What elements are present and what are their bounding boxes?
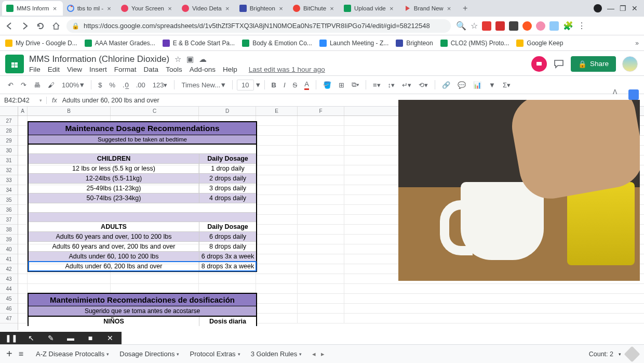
bookmark[interactable]: Google Keep: [516, 40, 563, 47]
move-icon[interactable]: ▣: [186, 55, 194, 64]
more-formats-button[interactable]: 123▾: [150, 79, 170, 91]
browser-tab[interactable]: Brand New ×: [399, 1, 457, 16]
row-header[interactable]: 33: [0, 175, 18, 185]
zoom-icon[interactable]: 🔍: [456, 21, 466, 31]
prev-sheet-icon[interactable]: ◂: [312, 350, 316, 358]
comment-button[interactable]: 💬: [455, 79, 468, 91]
star-icon[interactable]: ☆: [175, 55, 181, 64]
collapse-toolbar-icon[interactable]: ᐱ: [613, 88, 617, 96]
strike-button[interactable]: S: [290, 79, 300, 91]
forward-button[interactable]: [20, 21, 30, 31]
col-header[interactable]: C: [111, 107, 199, 115]
back-button[interactable]: [4, 21, 15, 31]
row-header[interactable]: 44: [0, 284, 18, 294]
browser-tab[interactable]: Upload vide ×: [340, 1, 399, 16]
row-header[interactable]: 46: [0, 304, 18, 314]
bookmark[interactable]: My Drive - Google D...: [5, 40, 77, 47]
select-all-corner[interactable]: [0, 107, 18, 115]
row-header[interactable]: 28: [0, 126, 18, 136]
row-header[interactable]: 47: [0, 314, 18, 323]
row-header[interactable]: 43: [0, 274, 18, 284]
new-tab-button[interactable]: +: [459, 2, 472, 15]
row-header[interactable]: 45: [0, 294, 18, 304]
sheets-logo-icon[interactable]: [5, 55, 24, 73]
bookmark[interactable]: Brighteon: [396, 40, 433, 47]
menu-help[interactable]: Help: [223, 66, 237, 73]
formula-input[interactable]: Adults under 60, 200 lbs and over: [62, 97, 159, 104]
bookmark[interactable]: Body & Emotion Co...: [242, 40, 312, 47]
row-header[interactable]: 30: [0, 146, 18, 155]
menu-file[interactable]: File: [29, 66, 41, 73]
menu-addons[interactable]: Add-ons: [190, 66, 216, 73]
restore-icon[interactable]: ❐: [620, 4, 626, 12]
add-sheet-button[interactable]: +: [6, 348, 12, 360]
bookmark[interactable]: CLO2 (MMS) Proto...: [440, 40, 509, 47]
valign-button[interactable]: ↕▾: [385, 79, 398, 91]
user-avatar[interactable]: [622, 56, 638, 72]
close-icon[interactable]: ×: [166, 5, 173, 12]
cursor-button[interactable]: ↖: [22, 332, 41, 344]
sheet-tab[interactable]: 3 Golden Rules▾: [246, 347, 307, 361]
selected-cell[interactable]: 8 drops 3x a week: [199, 262, 256, 271]
close-icon[interactable]: ×: [388, 5, 395, 12]
sheet-tab[interactable]: Dosage Directions▾: [114, 347, 184, 361]
browser-tab[interactable]: Video Deta ×: [178, 1, 235, 16]
bookmark[interactable]: E & B Code Start Pa...: [163, 40, 235, 47]
font-size-input[interactable]: 10: [237, 80, 253, 90]
extension-icon[interactable]: [536, 21, 545, 31]
present-button[interactable]: [531, 56, 547, 72]
print-button[interactable]: 🖶: [31, 79, 43, 91]
name-box[interactable]: B42:D42▾: [0, 97, 47, 104]
close-icon[interactable]: ×: [105, 5, 113, 12]
row-header[interactable]: 38: [0, 225, 18, 235]
link-button[interactable]: 🔗: [439, 79, 453, 91]
bookmarks-overflow-icon[interactable]: »: [635, 40, 639, 47]
extension-icon[interactable]: [549, 21, 559, 31]
stop-button[interactable]: ✕: [101, 332, 119, 344]
last-edit-link[interactable]: Last edit was 1 hour ago: [249, 66, 325, 73]
decrease-decimal-button[interactable]: .0̲: [120, 79, 131, 91]
filter-button[interactable]: ▼: [486, 79, 498, 91]
functions-button[interactable]: Σ▾: [500, 79, 513, 91]
share-button[interactable]: 🔒 Share: [571, 56, 616, 72]
browser-tab[interactable]: tbs to ml - ×: [63, 1, 117, 16]
close-icon[interactable]: ×: [277, 5, 285, 12]
italic-button[interactable]: I: [281, 79, 288, 91]
row-header[interactable]: 36: [0, 205, 18, 215]
reload-button[interactable]: [35, 21, 46, 31]
menu-tools[interactable]: Tools: [166, 66, 182, 73]
menu-format[interactable]: Format: [114, 66, 137, 73]
bookmark[interactable]: Launch Meeting - Z...: [319, 40, 388, 47]
row-header[interactable]: 31: [0, 155, 18, 165]
redo-button[interactable]: ↷: [18, 79, 29, 91]
browser-tab[interactable]: Brighteon ×: [235, 1, 289, 16]
selected-cell[interactable]: Adults under 60, 200 lbs and over: [29, 262, 199, 271]
close-icon[interactable]: ×: [328, 5, 336, 12]
fill-color-button[interactable]: 🪣: [320, 79, 334, 91]
url-field[interactable]: 🔒 https://docs.google.com/spreadsheets/d…: [66, 19, 451, 33]
close-icon[interactable]: ×: [51, 5, 59, 12]
extension-icon[interactable]: [509, 21, 518, 31]
col-header[interactable]: F: [298, 107, 344, 115]
extension-icon[interactable]: [482, 21, 491, 31]
wrap-button[interactable]: ↵▾: [399, 79, 414, 91]
borders-button[interactable]: ⊞: [336, 79, 347, 91]
currency-button[interactable]: $: [96, 79, 104, 91]
col-header[interactable]: A: [18, 107, 28, 115]
home-button[interactable]: [51, 21, 61, 31]
menu-insert[interactable]: Insert: [89, 66, 107, 73]
menu-edit[interactable]: Edit: [48, 66, 60, 73]
extension-icon[interactable]: [522, 21, 532, 31]
doc-title[interactable]: MMS Information (Chlorine Dioxide): [29, 54, 169, 64]
row-header[interactable]: 32: [0, 165, 18, 175]
bold-button[interactable]: B: [269, 79, 279, 91]
row-header[interactable]: 42: [0, 264, 18, 274]
camera-button[interactable]: ■: [81, 332, 100, 344]
halign-button[interactable]: ≡▾: [370, 79, 383, 91]
browser-tab[interactable]: MMS Inform ×: [2, 1, 63, 16]
row-header[interactable]: 34: [0, 185, 18, 195]
row-header[interactable]: 29: [0, 136, 18, 146]
next-sheet-icon[interactable]: ▸: [321, 350, 325, 358]
col-header[interactable]: E: [256, 107, 298, 115]
paint-format-button[interactable]: 🖌: [45, 79, 57, 91]
